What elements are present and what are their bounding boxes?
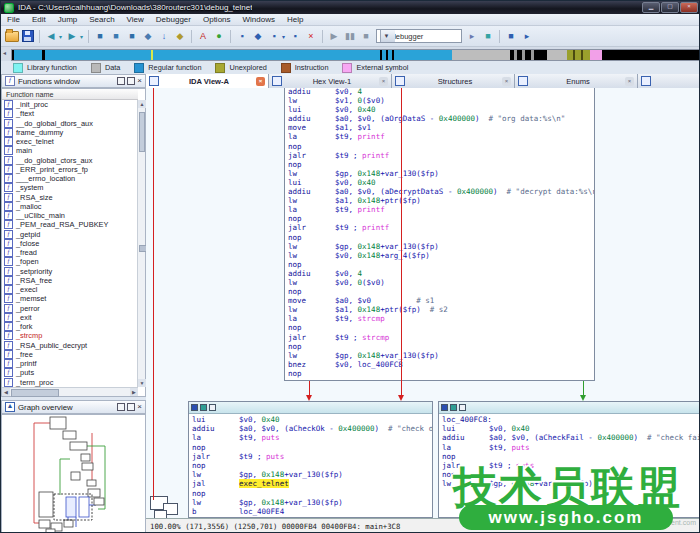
function-row[interactable]: f_term_proc — [2, 378, 138, 387]
ida-graph-view[interactable]: addiu$v0, 4lw$v1, 0($v0)lui$v0, 0x40addi… — [146, 88, 700, 518]
scroll-right-icon[interactable]: ▶ — [130, 388, 138, 396]
function-row[interactable]: f_exit — [2, 313, 138, 322]
float-icon[interactable] — [127, 77, 135, 85]
function-row[interactable]: f_RSA_public_decrypt — [2, 341, 138, 350]
asm-line[interactable]: nop — [192, 489, 432, 498]
function-row[interactable]: f__do_global_dtors_aux — [2, 119, 138, 128]
function-row[interactable]: f_system — [2, 183, 138, 192]
tab-close-icon[interactable]: × — [379, 77, 388, 86]
function-row[interactable]: f_fclose — [2, 239, 138, 248]
asm-line[interactable]: nop — [288, 214, 594, 223]
asm-line[interactable]: loc_400FC8: — [442, 415, 700, 424]
asm-line[interactable]: lw$v0, 0($v0) — [288, 278, 594, 287]
dock-icon[interactable] — [117, 77, 125, 85]
chevron-down-icon[interactable]: ▼ — [380, 30, 395, 42]
scroll-up-icon[interactable]: ▲ — [138, 100, 146, 108]
jump-entry-button[interactable]: ↓ — [156, 29, 172, 44]
tab-partial[interactable] — [638, 74, 700, 88]
asm-line[interactable]: lw$gp, 0x148+var_130($fp) — [192, 470, 432, 479]
asm-line[interactable]: nop — [288, 323, 594, 332]
menu-item-view[interactable]: View — [121, 15, 150, 24]
asm-line[interactable]: addiu$v0, 4 — [288, 269, 594, 278]
float-icon[interactable] — [127, 403, 135, 411]
function-row[interactable]: f_ftext — [2, 109, 138, 118]
function-row[interactable]: f_strcmp — [2, 331, 138, 340]
jump-function-button[interactable]: ■ — [124, 29, 140, 44]
asm-line[interactable]: la$t9, printf — [288, 132, 594, 141]
asm-line[interactable]: bnez$v0, loc_400FC8 — [288, 360, 594, 369]
scroll-left-icon[interactable]: ◀ — [2, 388, 10, 396]
tab-structures[interactable]: Structures× — [392, 74, 515, 88]
asm-line[interactable]: la$t9, puts — [442, 443, 700, 452]
function-row[interactable]: fframe_dummy — [2, 128, 138, 137]
graph-overview-minimap[interactable] — [2, 415, 145, 533]
debug-run-to-button[interactable]: ▪ — [287, 29, 303, 44]
function-row[interactable]: f_fopen — [2, 257, 138, 266]
graph-overview-header[interactable]: ▲ Graph overview × — [1, 400, 146, 414]
asm-line[interactable]: lw$v1, 0($v0) — [288, 96, 594, 105]
title-bar[interactable]: IDA - C:\Users\caihhuang\Downloads\380ro… — [1, 1, 700, 14]
function-name-column-header[interactable]: Function name — [2, 89, 138, 100]
jump-name-button[interactable]: ■ — [108, 29, 124, 44]
function-row[interactable]: f_fork — [2, 322, 138, 331]
asm-line[interactable]: lw$a1, 0x148+ptr($fp) # s2 — [288, 305, 594, 314]
close-panel-icon[interactable]: × — [137, 404, 142, 410]
function-row[interactable]: f_puts — [2, 368, 138, 377]
tab-enums[interactable]: Enums× — [515, 74, 638, 88]
function-row[interactable]: f_execl — [2, 285, 138, 294]
asm-line[interactable]: nop — [288, 260, 594, 269]
menu-item-file[interactable]: File — [1, 15, 26, 24]
close-button[interactable]: × — [680, 2, 698, 13]
colors-button[interactable]: ● — [211, 29, 227, 44]
asm-line[interactable]: lw$gp, 0x148+var_130($fp) — [288, 351, 594, 360]
maximize-button[interactable]: ▢ — [661, 2, 679, 13]
function-row[interactable]: f_PEM_read_RSA_PUBKEY — [2, 220, 138, 229]
hotkeys-button[interactable]: ▸ — [464, 29, 480, 44]
function-row[interactable]: f_ERR_print_errors_fp — [2, 165, 138, 174]
functions-vertical-scrollbar[interactable]: ▲ ▼ — [137, 100, 145, 387]
navband-strip[interactable] — [11, 49, 700, 61]
function-row[interactable]: f_RSA_free — [2, 276, 138, 285]
asm-line[interactable]: nop — [288, 342, 594, 351]
debug-step-menu-button[interactable]: ▾ — [280, 29, 287, 44]
asm-line[interactable]: jalr$t9 ; puts — [192, 452, 432, 461]
menu-item-help[interactable]: Help — [281, 15, 309, 24]
asm-line[interactable]: nop — [288, 142, 594, 151]
close-panel-icon[interactable]: × — [137, 78, 142, 84]
menu-item-jump[interactable]: Jump — [52, 15, 84, 24]
navigation-band[interactable]: ◂ — [1, 47, 700, 61]
debug-start-process-button[interactable]: ▪ — [234, 29, 250, 44]
breakpoints-button[interactable]: ■ — [503, 29, 519, 44]
jump-forward-menu-button[interactable]: ▾ — [78, 29, 85, 44]
stop-button[interactable]: ■ — [358, 29, 374, 44]
scrollbar-thumb[interactable] — [11, 389, 59, 397]
menu-item-windows[interactable]: Windows — [237, 15, 281, 24]
asm-line[interactable]: lw$gp, 0x148+var_130($fp) — [288, 242, 594, 251]
functions-horizontal-scrollbar[interactable]: ◀ ▶ — [2, 387, 138, 396]
tab-close-icon[interactable]: × — [256, 77, 265, 86]
asm-line[interactable]: addiu$v0, 4 — [288, 88, 594, 96]
asm-line[interactable]: nop — [192, 443, 432, 452]
asm-line[interactable]: nop — [192, 516, 432, 518]
function-row[interactable]: f_printf — [2, 359, 138, 368]
asm-line[interactable]: addiu$a0, $v0, (aCheckOk - 0x400000) # "… — [192, 424, 432, 433]
function-row[interactable]: f_getpid — [2, 230, 138, 239]
function-row[interactable]: f_free — [2, 350, 138, 359]
text-view-button[interactable]: A — [195, 29, 211, 44]
asm-line[interactable]: lui$v0, 0x40 — [288, 105, 594, 114]
function-row[interactable]: f__do_global_ctors_aux — [2, 156, 138, 165]
scrollbar-thumb[interactable] — [139, 112, 145, 152]
asm-line[interactable]: lw$v0, 0x148+arg_4($fp) — [288, 251, 594, 260]
basic-block-main[interactable]: addiu$v0, 4lw$v1, 0($v0)lui$v0, 0x40addi… — [284, 88, 595, 381]
asm-line[interactable]: la$t9, puts — [192, 433, 432, 442]
asm-line[interactable]: lw$gp, 0x148+var_130($fp) — [192, 498, 432, 507]
pause-button[interactable]: ▮▮ — [342, 29, 358, 44]
menu-item-options[interactable]: Options — [197, 15, 237, 24]
debug-attach-button[interactable]: ◆ — [250, 29, 266, 44]
tab-close-icon[interactable]: × — [625, 77, 634, 86]
asm-line[interactable]: bloc_400FE4 — [192, 507, 432, 516]
asm-line[interactable]: nop — [288, 369, 594, 378]
asm-line[interactable]: addiu$a0, $v0, (aDecryptDataS - 0x400000… — [288, 187, 594, 196]
asm-line[interactable]: move$a0, $v0 # s1 — [288, 296, 594, 305]
watches-button[interactable]: ▸ — [519, 29, 535, 44]
